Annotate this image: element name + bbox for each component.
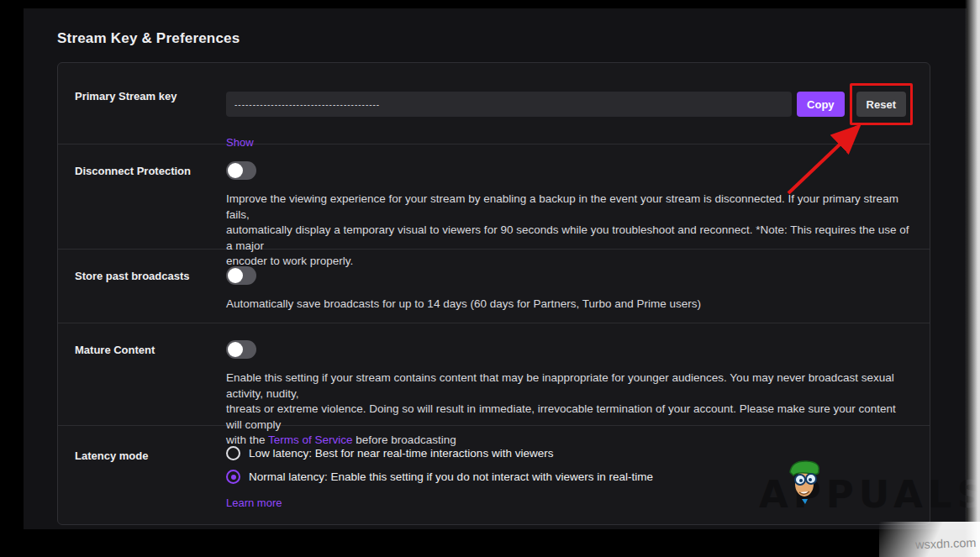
store-past-broadcasts-toggle[interactable]: [226, 266, 256, 285]
reset-highlight-box: Reset: [850, 83, 913, 125]
latency-mode-label: Latency mode: [75, 446, 226, 524]
mature-content-description: Enable this setting if your stream conta…: [226, 370, 913, 449]
mature-content-label: Mature Content: [75, 340, 226, 425]
store-past-broadcasts-label: Store past broadcasts: [75, 266, 226, 323]
radio-selected-icon[interactable]: [226, 470, 240, 484]
learn-more-link[interactable]: Learn more: [226, 497, 282, 509]
toggle-knob: [228, 268, 243, 283]
row-primary-stream-key: Primary Stream key Copy Reset Show: [58, 63, 930, 145]
store-past-broadcasts-description: Automatically save broadcasts for up to …: [226, 297, 913, 313]
scan-edge-gradient: [965, 0, 980, 557]
disconnect-protection-toggle[interactable]: [226, 161, 256, 180]
primary-stream-key-label: Primary Stream key: [75, 83, 226, 144]
radio-unselected-icon[interactable]: [226, 446, 240, 460]
mature-content-toggle[interactable]: [226, 340, 256, 359]
show-key-link[interactable]: Show: [226, 136, 254, 149]
toggle-knob: [228, 342, 243, 357]
page-title: Stream Key & Preferences: [57, 30, 240, 47]
disconnect-protection-description: Improve the viewing experience for your …: [226, 192, 913, 270]
latency-option-normal-label: Normal latency: Enable this setting if y…: [249, 470, 653, 483]
reset-button[interactable]: Reset: [856, 92, 906, 117]
terms-of-service-link[interactable]: Terms of Service: [268, 434, 353, 446]
disconnect-protection-label: Disconnect Protection: [75, 161, 226, 249]
stream-preferences-card: Primary Stream key Copy Reset Show Disco…: [57, 62, 930, 525]
row-mature-content: Mature Content Enable this setting if yo…: [58, 323, 930, 426]
latency-option-low-label: Low latency: Best for near real-time int…: [249, 447, 553, 460]
copy-button[interactable]: Copy: [797, 92, 845, 117]
toggle-knob: [228, 163, 243, 178]
row-disconnect-protection: Disconnect Protection Improve the viewin…: [58, 145, 930, 250]
site-watermark: wsxdn.com: [915, 536, 977, 552]
settings-page-background: Stream Key & Preferences Primary Stream …: [24, 8, 967, 529]
appuals-mascot-icon: [787, 459, 825, 507]
screenshot-root: Stream Key & Preferences Primary Stream …: [0, 0, 980, 557]
stream-key-input[interactable]: [226, 92, 792, 117]
